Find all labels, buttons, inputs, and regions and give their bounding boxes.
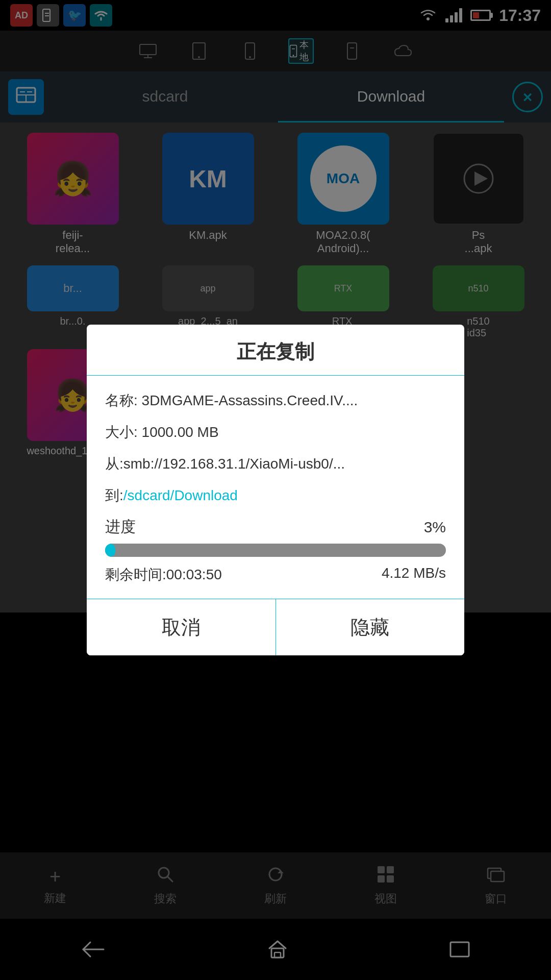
dialog-body: 名称: 3DMGAME-Assassins.Creed.IV.... 大小: 1… [87,376,464,599]
transfer-speed: 4.12 MB/s [382,565,446,584]
hide-button[interactable]: 隐藏 [276,599,465,655]
dialog-filesize: 大小: 1000.00 MB [105,422,446,443]
progress-section: 进度 3% 剩余时间:00:03:50 4.12 MB/s [105,517,446,584]
cancel-button[interactable]: 取消 [87,599,276,655]
progress-bar-container [105,544,446,557]
dialog-title: 正在复制 [87,325,464,376]
dialog-filename: 名称: 3DMGAME-Assassins.Creed.IV.... [105,390,446,411]
progress-header: 进度 3% [105,517,446,537]
dialog-buttons: 取消 隐藏 [87,599,464,655]
dialog-from: 从:smb://192.168.31.1/XiaoMi-usb0/... [105,453,446,475]
copy-dialog: 正在复制 名称: 3DMGAME-Assassins.Creed.IV.... … [87,325,464,655]
progress-footer: 剩余时间:00:03:50 4.12 MB/s [105,565,446,584]
dialog-to-path: /sdcard/Download [123,487,238,503]
dialog-to: 到:/sdcard/Download [105,485,446,506]
progress-label: 进度 [105,517,136,537]
progress-bar-fill [105,544,115,557]
remaining-time: 剩余时间:00:03:50 [105,565,222,584]
progress-pct: 3% [424,519,446,536]
